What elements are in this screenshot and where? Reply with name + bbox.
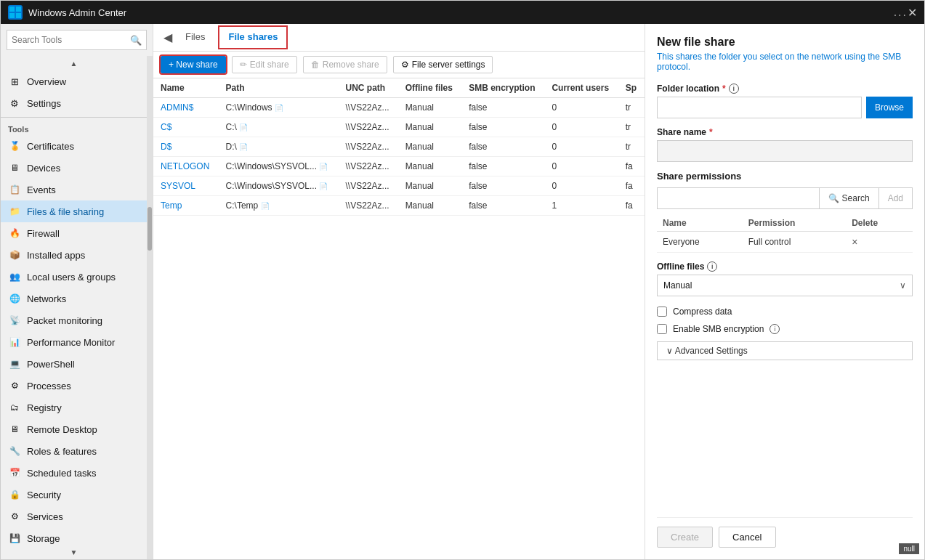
cell-smb: false (461, 98, 544, 118)
enable-smb-checkbox[interactable] (657, 324, 667, 334)
sidebar-item-remote-desktop[interactable]: 🖥 Remote Desktop (1, 418, 147, 440)
sidebar-item-networks[interactable]: 🌐 Networks (1, 288, 147, 309)
offline-files-info-icon[interactable]: i (707, 261, 717, 272)
app-icon (8, 5, 23, 20)
cell-users: 1 (544, 196, 618, 216)
sidebar-item-local-users[interactable]: 👥 Local users & groups (1, 266, 147, 288)
cell-name: D$ (153, 137, 219, 157)
search-input[interactable] (7, 35, 126, 45)
tabs-bar: ◀ Files File shares (153, 24, 645, 52)
search-box[interactable]: 🔍 (7, 30, 147, 50)
sidebar-item-packet-monitoring[interactable]: 📡 Packet monitoring (1, 309, 147, 331)
sidebar-item-installed-apps[interactable]: 📦 Installed apps (1, 244, 147, 266)
col-users: Current users (544, 78, 618, 98)
cell-offline: Manual (398, 176, 462, 196)
cell-offline: Manual (398, 137, 462, 157)
share-name-input[interactable] (657, 140, 913, 162)
delete-permission-icon[interactable]: × (852, 236, 857, 248)
edit-share-button[interactable]: ✏ Edit share (232, 56, 297, 73)
cell-path: C:\Temp 📄 (219, 196, 339, 216)
settings-icon: ⚙ (401, 60, 409, 70)
add-permission-button[interactable]: Add (879, 187, 913, 209)
sidebar-item-powershell[interactable]: 💻 PowerShell (1, 353, 147, 375)
remove-share-button[interactable]: 🗑 Remove share (303, 56, 387, 73)
cell-smb: false (461, 157, 544, 176)
sidebar-scrollbar[interactable] (147, 56, 153, 559)
firewall-icon: 🔥 (8, 227, 21, 240)
sidebar-item-storage[interactable]: 💾 Storage (1, 527, 147, 545)
share-link[interactable]: ADMIN$ (161, 102, 193, 113)
files-icon: 📁 (8, 205, 21, 218)
events-icon: 📋 (8, 183, 21, 196)
roles-icon: 🔧 (8, 445, 21, 458)
sidebar-item-label: Packet monitoring (27, 315, 102, 326)
sidebar-item-files-file-sharing[interactable]: 📁 Files & file sharing (1, 200, 147, 222)
scroll-up-arrow[interactable]: ▲ (1, 56, 147, 70)
folder-location-input[interactable] (657, 97, 862, 118)
sidebar-item-certificates[interactable]: 🏅 Certificates (1, 135, 147, 157)
sidebar-item-label: Processes (27, 381, 71, 391)
tab-file-shares[interactable]: File shares (218, 25, 288, 49)
sidebar-item-performance-monitor[interactable]: 📊 Performance Monitor (1, 331, 147, 353)
content-area: ◀ Files File shares + New share ✏ Edit s… (153, 24, 645, 559)
title-bar: Windows Admin Center ... ✕ (1, 1, 924, 24)
share-link[interactable]: Temp (161, 200, 182, 211)
table-row: NETLOGON C:\Windows\SYSVOL... 📄 \\VS22Az… (153, 157, 645, 176)
folder-location-info-icon[interactable]: i (729, 84, 739, 94)
sidebar-item-registry[interactable]: 🗂 Registry (1, 397, 147, 418)
sidebar-item-label: Overview (27, 76, 66, 87)
share-link[interactable]: NETLOGON (161, 161, 209, 171)
offline-files-dropdown[interactable]: Manual ∨ (657, 275, 913, 296)
share-link[interactable]: SYSVOL (161, 181, 195, 191)
toolbar: + New share ✏ Edit share 🗑 Remove share … (153, 52, 645, 78)
file-icon: 📄 (319, 163, 328, 171)
app-title: Windows Admin Center (28, 7, 889, 18)
sidebar-item-devices[interactable]: 🖥 Devices (1, 157, 147, 179)
devices-icon: 🖥 (8, 161, 21, 174)
cell-path: D:\ 📄 (219, 137, 339, 157)
file-server-settings-button[interactable]: ⚙ File server settings (393, 56, 493, 73)
share-link[interactable]: D$ (161, 142, 171, 152)
collapse-sidebar-btn[interactable]: ◀ (161, 28, 175, 47)
perm-col-permission: Permission (743, 215, 846, 232)
share-permissions-title: Share permissions (657, 171, 913, 182)
cell-path: C:\Windows\SYSVOL... 📄 (219, 157, 339, 176)
cancel-button[interactable]: Cancel (719, 527, 775, 548)
permissions-search-input[interactable] (657, 187, 820, 209)
sidebar-item-processes[interactable]: ⚙ Processes (1, 375, 147, 397)
share-link[interactable]: C$ (161, 122, 171, 132)
create-button[interactable]: Create (657, 527, 713, 548)
col-name: Name (153, 78, 219, 98)
remove-icon: 🗑 (311, 60, 320, 70)
cell-sp: tr (618, 98, 645, 118)
perm-col-delete: Delete (846, 215, 913, 232)
permissions-search-button[interactable]: 🔍 Search (820, 187, 879, 209)
cell-sp: fa (618, 196, 645, 216)
tab-files[interactable]: Files (175, 25, 215, 49)
sidebar-item-scheduled-tasks[interactable]: 📅 Scheduled tasks (1, 462, 147, 484)
panel-title: New file share (657, 36, 913, 49)
new-share-button[interactable]: + New share (161, 56, 226, 73)
smb-info-icon[interactable]: i (770, 324, 780, 334)
browse-button[interactable]: Browse (866, 97, 913, 118)
table-row: C$ C:\ 📄 \\VS22Az... Manual false 0 tr (153, 118, 645, 137)
perm-delete[interactable]: × (846, 232, 913, 253)
sidebar-item-events[interactable]: 📋 Events (1, 179, 147, 200)
sidebar-item-roles-features[interactable]: 🔧 Roles & features (1, 440, 147, 462)
cell-sp: fa (618, 176, 645, 196)
close-icon[interactable]: ✕ (908, 6, 917, 20)
sidebar-item-services[interactable]: ⚙ Services (1, 506, 147, 527)
shares-table: Name Path UNC path Offline files SMB enc… (153, 78, 645, 216)
sidebar-item-overview[interactable]: ⊞ Overview (1, 70, 147, 92)
advanced-settings-button[interactable]: ∨ Advanced Settings (657, 341, 913, 360)
scroll-down-arrow[interactable]: ▼ (1, 545, 147, 559)
new-file-share-panel: New file share This shares the folder yo… (645, 24, 924, 559)
offline-files-label: Offline files i (657, 261, 913, 272)
sidebar-item-settings[interactable]: ⚙ Settings (1, 92, 147, 114)
sidebar-item-firewall[interactable]: 🔥 Firewall (1, 222, 147, 244)
sidebar-item-security[interactable]: 🔒 Security (1, 484, 147, 506)
file-icon: 📄 (261, 202, 270, 210)
search-icon: 🔍 (828, 193, 839, 203)
compress-data-checkbox[interactable] (657, 307, 667, 317)
sidebar-item-label: Remote Desktop (27, 424, 97, 435)
